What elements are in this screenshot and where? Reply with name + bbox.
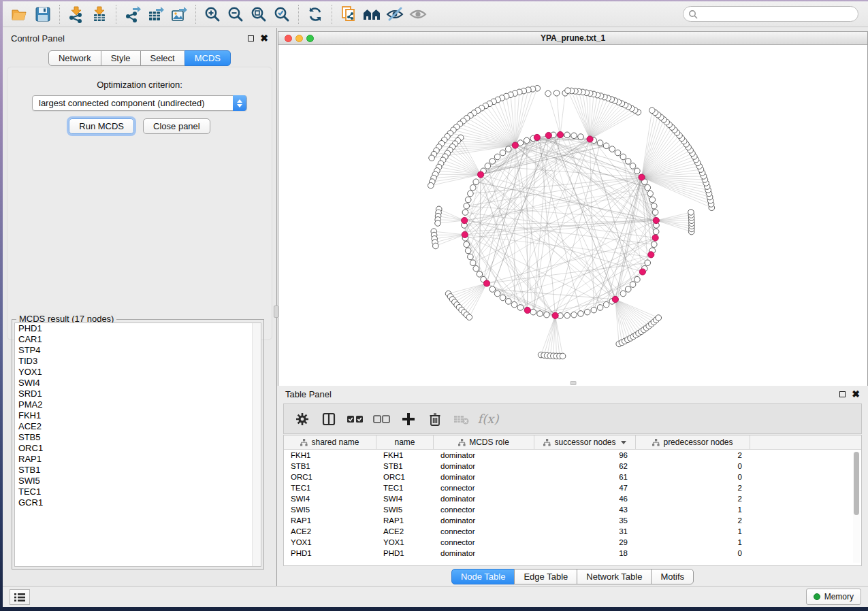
search-input[interactable]: [683, 6, 858, 22]
mcds-list-scrollbar[interactable]: [252, 323, 261, 566]
control-tab-network[interactable]: Network: [48, 50, 101, 66]
mcds-result-item[interactable]: RAP1: [15, 454, 261, 465]
mcds-hub-node[interactable]: [639, 269, 645, 275]
mcds-result-item[interactable]: PHD1: [15, 323, 261, 334]
network-node[interactable]: [489, 286, 496, 293]
save-button[interactable]: [31, 3, 54, 25]
export-table-button[interactable]: [144, 3, 167, 25]
network-node[interactable]: [653, 229, 659, 235]
mcds-hub-node[interactable]: [534, 134, 540, 140]
network-node[interactable]: [464, 242, 470, 248]
mcds-result-item[interactable]: CAR1: [15, 334, 261, 345]
column-header-shared-name[interactable]: shared name: [284, 435, 376, 449]
network-node[interactable]: [652, 210, 658, 216]
mcds-hub-node[interactable]: [462, 217, 468, 223]
zoom-selected-button[interactable]: [270, 3, 293, 25]
network-node[interactable]: [466, 314, 472, 320]
deselect-all-button[interactable]: [372, 408, 392, 431]
mcds-result-item[interactable]: PMA2: [15, 399, 261, 410]
create-column-button[interactable]: [398, 408, 419, 431]
network-node[interactable]: [489, 159, 496, 165]
vertical-splitter-handle[interactable]: [274, 306, 279, 318]
export-network-button[interactable]: [121, 3, 144, 25]
zoom-fit-button[interactable]: [247, 3, 270, 25]
mcds-result-item[interactable]: YOX1: [15, 367, 261, 378]
network-node[interactable]: [473, 179, 479, 185]
mcds-hub-node[interactable]: [639, 174, 645, 180]
binoculars-button[interactable]: [360, 3, 383, 25]
table-tab-motifs[interactable]: Motifs: [651, 569, 694, 584]
horizontal-splitter-handle[interactable]: [570, 381, 576, 385]
network-node[interactable]: [584, 309, 590, 315]
network-node[interactable]: [524, 137, 530, 144]
mcds-result-item[interactable]: TID3: [15, 356, 261, 367]
float-panel-icon[interactable]: [248, 35, 254, 42]
table-row[interactable]: RAP1RAP1dominator352: [284, 515, 861, 526]
delete-column-button[interactable]: [425, 408, 445, 431]
network-node[interactable]: [465, 248, 471, 254]
mcds-hub-node[interactable]: [524, 307, 530, 313]
table-row[interactable]: PHD1PHD1dominator180: [284, 548, 861, 559]
network-node[interactable]: [505, 146, 511, 152]
network-node[interactable]: [560, 353, 566, 359]
network-node[interactable]: [651, 203, 657, 209]
mcds-result-item[interactable]: ACE2: [15, 421, 261, 432]
mcds-hub-node[interactable]: [552, 312, 558, 318]
network-node[interactable]: [530, 309, 536, 315]
control-tab-style[interactable]: Style: [101, 50, 141, 66]
table-row[interactable]: YOX1YOX1connector291: [284, 537, 861, 548]
mcds-hub-node[interactable]: [648, 252, 654, 258]
mcds-result-item[interactable]: GCR1: [15, 497, 261, 508]
network-node[interactable]: [505, 299, 511, 305]
network-node[interactable]: [603, 301, 609, 308]
network-node[interactable]: [477, 271, 483, 278]
network-node[interactable]: [571, 133, 577, 139]
table-row[interactable]: SWI4SWI4dominator462: [284, 493, 861, 504]
network-node[interactable]: [564, 312, 570, 318]
mcds-result-item[interactable]: STB5: [15, 432, 261, 443]
mcds-hub-node[interactable]: [483, 280, 489, 286]
network-node[interactable]: [565, 88, 571, 94]
table-settings-button[interactable]: [292, 408, 312, 431]
refresh-button[interactable]: [304, 3, 327, 25]
network-node[interactable]: [649, 108, 656, 114]
network-node[interactable]: [470, 260, 476, 266]
network-node[interactable]: [591, 307, 597, 313]
run-mcds-button[interactable]: Run MCDS: [69, 118, 134, 134]
table-scrollbar-track[interactable]: [853, 452, 860, 563]
network-node[interactable]: [564, 132, 570, 138]
table-row[interactable]: ACE2ACE2connector311: [284, 526, 861, 537]
mcds-result-item[interactable]: SWI5: [15, 476, 261, 486]
network-node[interactable]: [597, 140, 603, 146]
network-node[interactable]: [615, 150, 621, 156]
column-header-MCDS-role[interactable]: MCDS role: [434, 435, 534, 449]
mcds-hub-node[interactable]: [557, 131, 563, 137]
control-tab-mcds[interactable]: MCDS: [184, 50, 231, 66]
table-tab-network-table[interactable]: Network Table: [577, 569, 652, 584]
network-node[interactable]: [649, 197, 656, 203]
task-history-button[interactable]: [10, 589, 30, 605]
clone-network-button[interactable]: [337, 3, 360, 25]
mcds-hub-node[interactable]: [652, 235, 658, 241]
memory-button[interactable]: Memory: [806, 589, 861, 605]
network-node[interactable]: [651, 242, 657, 248]
mcds-result-item[interactable]: SRD1: [15, 389, 261, 399]
network-canvas[interactable]: [278, 46, 867, 386]
network-node[interactable]: [578, 134, 584, 140]
network-node[interactable]: [647, 191, 654, 197]
close-panel-icon[interactable]: ✖: [260, 35, 268, 42]
close-panel-button[interactable]: Close panel: [143, 118, 210, 134]
hide-selected-button[interactable]: [383, 3, 406, 25]
network-node[interactable]: [468, 254, 474, 260]
network-node[interactable]: [473, 265, 479, 271]
network-node[interactable]: [603, 143, 609, 149]
network-node[interactable]: [571, 312, 577, 318]
network-node[interactable]: [545, 90, 551, 97]
open-button[interactable]: [8, 3, 31, 25]
network-node[interactable]: [634, 276, 641, 282]
table-row[interactable]: SWI5SWI5connector431: [284, 504, 861, 515]
network-node[interactable]: [634, 168, 641, 174]
network-node[interactable]: [553, 90, 560, 96]
mcds-result-item[interactable]: STP4: [15, 345, 261, 356]
network-node[interactable]: [578, 311, 584, 317]
